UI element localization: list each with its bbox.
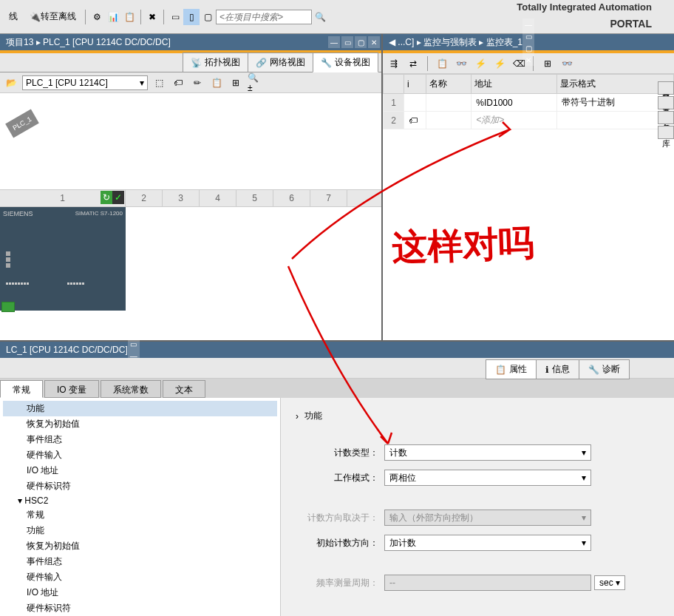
- properties-pane: LC_1 [CPU 1214C DC/DC/DC] ▭ — 📋属性 ℹ信息 🔧诊…: [0, 340, 674, 616]
- wtb-icon-8[interactable]: ⊞: [539, 55, 556, 72]
- ptab-io[interactable]: IO 变量: [44, 380, 99, 398]
- tb-icon-b[interactable]: 🏷: [170, 75, 186, 91]
- cell-name[interactable]: [426, 94, 472, 112]
- diag-icon: 🔧: [588, 365, 599, 375]
- tab-topology-label: 拓扑视图: [205, 56, 240, 69]
- tb-icon-c[interactable]: ✏: [189, 75, 205, 91]
- wtb-icon-3[interactable]: 📋: [434, 55, 450, 72]
- row-num: 2: [384, 112, 404, 129]
- go-offline-button[interactable]: 🔌 转至离线: [25, 9, 81, 25]
- slot-header-2: 2: [126, 190, 163, 206]
- tab-topology[interactable]: 📡拓扑视图: [183, 53, 248, 72]
- layout-icon-3[interactable]: ▢: [200, 9, 216, 25]
- bpane-restore-icon[interactable]: ▭: [128, 338, 140, 350]
- wpane-close-icon[interactable]: ✕: [522, 54, 534, 66]
- properties-title: LC_1 [CPU 1214C DC/DC/DC] ▭ —: [0, 342, 674, 358]
- side-tab-library[interactable]: 库: [658, 126, 674, 139]
- tb-icon-d[interactable]: 📋: [208, 75, 225, 91]
- tree-item[interactable]: 事件组态: [3, 554, 277, 569]
- add-placeholder[interactable]: <添加>: [472, 112, 557, 129]
- freq-period-input: --: [384, 575, 591, 591]
- watch-breadcrumb-text: ◀ ...C] ▸ 监控与强制表 ▸ 监控表_1: [389, 36, 522, 49]
- device-canvas[interactable]: PLC_1 1 2 3 4 5 6 7 ↻ ✓: [0, 93, 381, 340]
- col-name[interactable]: 名称: [426, 75, 472, 94]
- freq-unit[interactable]: sec ▾: [594, 575, 625, 590]
- tab-network[interactable]: 🔗网络视图: [248, 53, 313, 72]
- col-address[interactable]: 地址: [472, 75, 557, 94]
- tree-item[interactable]: 硬件输入: [3, 447, 277, 463]
- init-dir-select[interactable]: 加计数▾: [384, 535, 591, 551]
- plc-chip-label[interactable]: PLC_1: [5, 109, 39, 138]
- cell-address[interactable]: %ID1000: [472, 94, 557, 112]
- work-mode-select[interactable]: 两相位▾: [384, 470, 591, 486]
- wtb-icon-2[interactable]: ⇄: [405, 55, 421, 72]
- tree-item[interactable]: I/O 地址: [3, 463, 277, 478]
- tree-item[interactable]: 功能: [3, 523, 277, 538]
- zoom-icon[interactable]: 🔍±: [247, 75, 263, 91]
- ptab-text[interactable]: 文本: [163, 380, 205, 398]
- tree-item[interactable]: I/O 地址: [3, 585, 277, 600]
- count-type-label: 计数类型：: [296, 447, 384, 459]
- side-tab-hw-catalog[interactable]: 硬件目录: [658, 81, 674, 95]
- topology-icon: 📡: [191, 58, 202, 68]
- side-tab-tasks[interactable]: 任务: [658, 111, 674, 124]
- rtab-properties[interactable]: 📋属性: [486, 359, 537, 379]
- rtab-info[interactable]: ℹ信息: [536, 359, 579, 379]
- wtb-icon-5[interactable]: ⚡: [472, 55, 489, 72]
- device-model-label: SIMATIC S7-1200: [75, 210, 123, 217]
- ptab-general[interactable]: 常规: [0, 380, 43, 398]
- device-selector[interactable]: PLC_1 [CPU 1214C] ▾: [22, 75, 148, 90]
- plc-device[interactable]: ↻ ✓ SIEMENS SIMATIC S7-1200: [0, 207, 126, 311]
- count-type-select[interactable]: 计数▾: [384, 444, 591, 461]
- info-icon: ℹ: [545, 365, 549, 375]
- tree-item[interactable]: 功能: [3, 401, 277, 416]
- tree-item[interactable]: 常规: [3, 507, 277, 523]
- search-go-icon[interactable]: 🔍: [312, 9, 328, 25]
- watch-row-add[interactable]: 2 🏷 <添加>: [384, 112, 674, 129]
- tree-item[interactable]: 硬件标识符: [3, 600, 277, 616]
- wpane-maximize-icon[interactable]: ▢: [522, 42, 534, 54]
- col-i[interactable]: i: [404, 75, 426, 94]
- tb-icon-a[interactable]: ⬚: [151, 75, 167, 91]
- tb-icon-e[interactable]: ⊞: [228, 75, 244, 91]
- tree-item[interactable]: 恢复为初始值: [3, 416, 277, 432]
- property-form: › 功能 计数类型： 计数▾ 工作模式： 两相位▾ 计数方向取决于： 输入（外部…: [281, 398, 674, 616]
- layout-icon-2[interactable]: ▯: [183, 9, 200, 25]
- tree-item[interactable]: 硬件输入: [3, 569, 277, 585]
- pane-restore-icon[interactable]: ▭: [341, 36, 353, 48]
- watch-row-1[interactable]: 1 %ID1000 带符号十进制: [384, 94, 674, 112]
- pane-close-icon[interactable]: ✕: [368, 36, 380, 48]
- tree-item[interactable]: 事件组态: [3, 432, 277, 447]
- cell-format[interactable]: 带符号十进制: [557, 94, 674, 112]
- wtb-glasses-icon[interactable]: 👓: [559, 55, 575, 72]
- tab-device[interactable]: 🔧设备视图: [313, 53, 378, 72]
- pane-maximize-icon[interactable]: ▢: [355, 36, 367, 48]
- network-icon: 🔗: [256, 58, 267, 68]
- freq-period-label: 频率测量周期：: [296, 577, 384, 589]
- layout-icon-1[interactable]: ▭: [167, 9, 183, 25]
- side-tab-online-tools[interactable]: 在线工具: [658, 96, 674, 109]
- tool-icon-2[interactable]: 📊: [105, 9, 121, 25]
- device-icon: 🔧: [321, 58, 332, 68]
- delete-icon[interactable]: ✖: [144, 9, 160, 25]
- tool-icon-1[interactable]: ⚙: [89, 9, 105, 25]
- tree-item[interactable]: 硬件标识符: [3, 478, 277, 494]
- wpane-minimize-icon[interactable]: —: [522, 18, 534, 30]
- ptab-sys[interactable]: 系统常数: [101, 380, 161, 398]
- ethernet-port-icon[interactable]: [1, 302, 15, 312]
- tree-item[interactable]: ▾ HSC2: [3, 494, 277, 507]
- online-button[interactable]: 线: [4, 9, 22, 25]
- tool-icon-3[interactable]: 📋: [121, 9, 137, 25]
- nav-icon[interactable]: 📂: [3, 75, 19, 91]
- watch-grid: i 名称 地址 显示格式 1 %ID1000 带符号十进制 2 🏷 <添加>: [383, 74, 674, 340]
- pane-minimize-icon[interactable]: —: [328, 36, 340, 48]
- chevron-down-icon: ▾: [582, 447, 586, 458]
- rtab-diag[interactable]: 🔧诊断: [579, 359, 630, 379]
- wtb-icon-1[interactable]: ⇶: [386, 55, 402, 72]
- col-format[interactable]: 显示格式: [557, 75, 674, 94]
- wtb-icon-6[interactable]: ⚡: [491, 55, 508, 72]
- tree-item[interactable]: 恢复为初始值: [3, 538, 277, 554]
- wtb-monitor-icon[interactable]: 👓: [453, 55, 469, 72]
- wpane-restore-icon[interactable]: ▭: [522, 30, 534, 42]
- search-input[interactable]: [216, 10, 312, 24]
